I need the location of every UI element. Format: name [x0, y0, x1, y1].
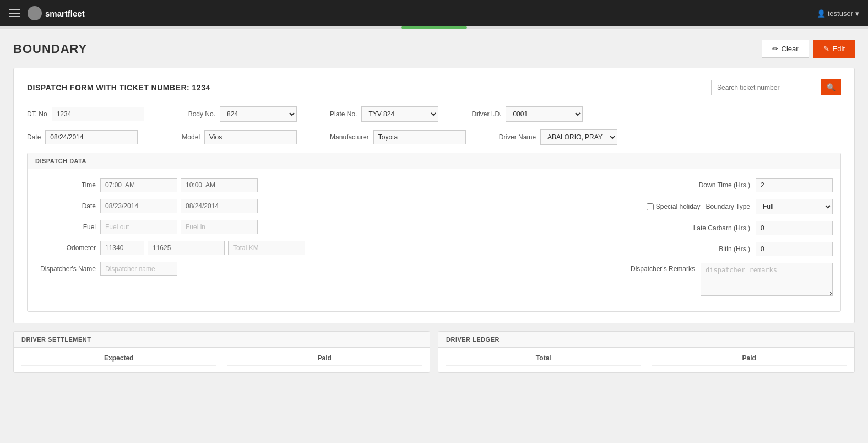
model-label: Model: [182, 133, 200, 141]
boundary-type-row: Special holiday Boundary Type Full Half …: [601, 199, 833, 214]
late-carbarn-input[interactable]: [756, 221, 833, 235]
dispatch-header: DISPATCH FORM WITH TICKET NUMBER: 1234 🔍: [27, 79, 841, 95]
time-row: Time: [35, 178, 590, 192]
plate-no-label: Plate No.: [330, 110, 357, 118]
plate-no-select[interactable]: TYV 824: [361, 106, 438, 122]
date-inputs: [100, 199, 590, 213]
dispatch-data-header: DISPATCH DATA: [28, 153, 840, 169]
late-carbarn-label: Late Carbarn (Hrs.): [693, 224, 750, 232]
time-inputs: [100, 178, 590, 192]
manufacturer-group: Manufacturer: [330, 130, 466, 144]
dispatch-data-body: Time Date: [28, 169, 840, 311]
fuel-in-input[interactable]: [181, 220, 258, 234]
main-content: BOUNDARY ✏ Clear ✎ Edit DISPATCH FORM WI…: [0, 29, 868, 443]
dispatch-right: Down Time (Hrs.) Special holiday Boundar…: [601, 178, 833, 302]
fuel-inputs: [100, 220, 590, 234]
expected-col: Expected: [21, 354, 216, 366]
driver-id-label: Driver I.D.: [471, 110, 501, 118]
downtime-label: Down Time (Hrs.): [699, 181, 750, 189]
driver-settlement-card: DRIVER SETTLEMENT Expected Paid: [13, 331, 430, 373]
driver-name-select[interactable]: ABALORIO, PRAY: [540, 129, 617, 145]
odometer-row: Odometer: [35, 241, 590, 255]
brand-name: smartfleet: [45, 9, 85, 18]
brand-icon: [28, 6, 42, 20]
bitin-input[interactable]: [756, 242, 833, 256]
edit-label: Edit: [833, 45, 845, 53]
special-holiday-checkbox[interactable]: [647, 203, 654, 210]
fuel-label: Fuel: [35, 223, 96, 231]
dt-no-label: DT. No: [27, 110, 47, 118]
dispatch-data-section: DISPATCH DATA Time: [27, 153, 841, 312]
clear-label: Clear: [782, 45, 799, 53]
driver-name-group: Driver Name ABALORIO, PRAY: [499, 129, 617, 145]
ledger-paid-col: Paid: [652, 354, 847, 366]
dispatch-left: Time Date: [35, 178, 590, 302]
header-buttons: ✏ Clear ✎ Edit: [762, 40, 855, 58]
odometer-input-1[interactable]: [100, 241, 144, 255]
page-header: BOUNDARY ✏ Clear ✎ Edit: [13, 40, 855, 58]
downtime-input[interactable]: [756, 178, 833, 192]
driver-settlement-columns: Expected Paid: [21, 354, 422, 366]
dispatch-data-grid: Time Date: [35, 178, 833, 302]
special-holiday-label: Special holiday: [647, 203, 701, 210]
date-input-1[interactable]: [100, 199, 177, 213]
search-box: 🔍: [711, 79, 841, 95]
dispatcher-remarks-label: Dispatcher's Remarks: [631, 263, 695, 273]
paid-col: Paid: [227, 354, 422, 366]
fuel-row: Fuel: [35, 220, 590, 234]
model-group: Model: [182, 130, 297, 144]
page-title: BOUNDARY: [13, 42, 87, 56]
dispatcher-name-row: Dispatcher's Name: [35, 262, 590, 276]
search-button[interactable]: 🔍: [821, 79, 841, 95]
driver-ledger-columns: Total Paid: [446, 354, 847, 366]
fuel-out-input[interactable]: [100, 220, 177, 234]
model-input[interactable]: [204, 130, 297, 144]
odometer-input-2[interactable]: [148, 241, 225, 255]
search-input[interactable]: [711, 80, 821, 95]
body-no-label: Body No.: [188, 110, 215, 118]
user-menu[interactable]: 👤 testuser ▾: [817, 9, 859, 18]
body-no-group: Body No. 824: [188, 106, 297, 122]
date-input[interactable]: [45, 130, 138, 144]
driver-id-select[interactable]: 0001: [506, 106, 583, 122]
body-no-select[interactable]: 824: [220, 106, 297, 122]
time-input-2[interactable]: [181, 178, 258, 192]
time-input-1[interactable]: [100, 178, 177, 192]
date-dispatch-label: Date: [35, 202, 96, 210]
plate-no-group: Plate No. TYV 824: [330, 106, 438, 122]
total-km-input[interactable]: [228, 241, 305, 255]
bottom-grid: DRIVER SETTLEMENT Expected Paid DRIVER L…: [13, 331, 855, 373]
date-group: Date: [27, 130, 138, 144]
edit-button[interactable]: ✎ Edit: [813, 40, 855, 58]
odometer-label: Odometer: [35, 244, 96, 252]
dispatcher-name-input[interactable]: [100, 262, 177, 276]
driver-settlement-body: Expected Paid: [14, 348, 430, 372]
date-input-2[interactable]: [181, 199, 258, 213]
driver-name-label: Driver Name: [499, 133, 536, 141]
search-icon: 🔍: [827, 83, 836, 91]
clear-pencil-icon: ✏: [772, 45, 778, 53]
driver-ledger-card: DRIVER LEDGER Total Paid: [438, 331, 855, 373]
time-label: Time: [35, 181, 96, 189]
edit-pencil-icon: ✎: [823, 45, 829, 53]
user-caret-icon: ▾: [855, 9, 859, 18]
driver-id-group: Driver I.D. 0001: [471, 106, 583, 122]
hamburger-menu[interactable]: [9, 9, 20, 17]
bitin-row: Bitin (Hrs.): [601, 242, 833, 256]
odometer-inputs: [100, 241, 590, 255]
manufacturer-input[interactable]: [373, 130, 466, 144]
driver-ledger-body: Total Paid: [438, 348, 854, 372]
bitin-label: Bitin (Hrs.): [719, 245, 750, 253]
progress-bar: [0, 26, 868, 29]
progress-bar-fill: [401, 26, 467, 29]
form-row-1: DT. No Body No. 824 Plate No. TYV 824 Dr…: [27, 106, 841, 122]
manufacturer-label: Manufacturer: [330, 133, 369, 141]
navbar: smartfleet 👤 testuser ▾: [0, 0, 868, 26]
dt-no-input[interactable]: [52, 107, 144, 121]
clear-button[interactable]: ✏ Clear: [762, 40, 809, 58]
boundary-type-select[interactable]: Full Half None: [756, 199, 833, 214]
user-icon: 👤: [817, 9, 826, 18]
date-label: Date: [27, 133, 41, 141]
dispatcher-remarks-textarea[interactable]: [701, 263, 833, 296]
dispatcher-remarks-row: Dispatcher's Remarks: [601, 263, 833, 296]
